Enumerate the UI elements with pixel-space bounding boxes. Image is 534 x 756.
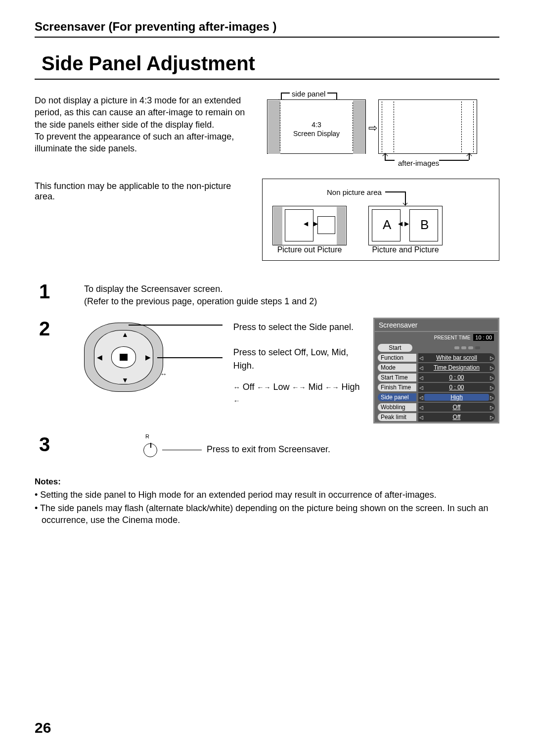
dashed-panel: [382, 101, 394, 152]
r-button-label: R: [145, 433, 157, 439]
gray-stripe: [273, 207, 282, 245]
osd-row[interactable]: Function◁White bar scroll▷: [375, 353, 498, 363]
present-time-value: 10 : 00: [473, 334, 494, 341]
notes-heading: Notes:: [35, 477, 499, 487]
gray-side-panel: [268, 100, 280, 154]
intro-paragraph: Do not display a picture in 4:3 mode for…: [35, 94, 252, 169]
note-item: • Setting the side panel to High mode fo…: [35, 489, 499, 501]
pap-caption: Picture and Picture: [368, 245, 443, 254]
osd-start-button[interactable]: Start: [378, 344, 412, 352]
step3-text: Press to exit from Screensaver.: [207, 444, 330, 455]
step2-cycle: ↔ Off ←→ Low ←→ Mid ←→ High ←: [233, 380, 366, 407]
display-label: Screen Display: [293, 130, 340, 138]
triangle-right-icon[interactable]: ▷: [489, 385, 495, 390]
osd-screensaver-panel: Screensaver PRESENT TIME 10 : 00 Start: [373, 318, 499, 424]
triangle-right-icon[interactable]: ▷: [489, 375, 495, 380]
progress-dot: [461, 346, 466, 349]
osd-row-label: Mode: [378, 364, 416, 372]
pop-box: ◀ ▶: [272, 206, 347, 245]
osd-row-label: Side panel: [378, 393, 416, 401]
non-picture-diagram: Non picture area ◀ ▶ A B ◀: [262, 179, 499, 261]
progress-dot: [475, 346, 480, 349]
osd-row-value: 0 : 00: [424, 374, 489, 381]
remote-dpad-icon: ▲ ▼ ◀ ▶: [84, 323, 160, 397]
step1-line2: (Refer to the previous page, operation g…: [84, 295, 317, 308]
arrow-up-icon: [466, 153, 472, 158]
section-header: Screensaver (For preventing after-images…: [35, 20, 499, 38]
osd-row-value: Time Designation: [424, 364, 489, 371]
step-number: 1: [35, 281, 54, 308]
pap-box: A B ◀ ▶: [368, 206, 443, 245]
dashed-panel: [461, 101, 474, 152]
osd-row-value: White bar scroll: [424, 354, 489, 361]
gray-stripe: [337, 207, 346, 245]
osd-row[interactable]: Wobbling◁Off▷: [375, 402, 498, 412]
letter-a: A: [383, 217, 391, 233]
triangle-left-icon[interactable]: ◁: [418, 405, 424, 410]
screen-display-label: 4:3 Screen Display: [287, 120, 346, 138]
osd-row-value: Off: [424, 414, 489, 421]
triangle-right-icon[interactable]: ▷: [489, 405, 495, 410]
arrow-up-icon: [382, 153, 388, 158]
osd-row-value: 0 : 00: [424, 384, 489, 391]
page-title: Side Panel Adjustment: [42, 52, 499, 75]
non-picture-label: Non picture area: [327, 188, 382, 196]
osd-row-label: Peak limit: [378, 413, 416, 421]
osd-row-label: Function: [378, 354, 416, 362]
osd-row[interactable]: Mode◁Time Designation▷: [375, 363, 498, 373]
title-rule: [35, 79, 499, 80]
side-panel-diagram: side panel 4:3 Screen Display ⇨: [262, 94, 499, 169]
triangle-left-icon[interactable]: ◁: [418, 375, 424, 380]
triangle-right-icon[interactable]: ▷: [489, 365, 495, 371]
step2-instruction2: Press to select Off, Low, Mid, High.: [233, 346, 366, 373]
triangle-left-icon[interactable]: ◁: [418, 395, 424, 400]
step1-line1: To display the Screensaver screen.: [84, 283, 317, 295]
osd-row-label: Wobbling: [378, 403, 416, 411]
osd-row-value: High: [424, 394, 489, 401]
progress-dot: [468, 346, 473, 349]
triangle-right-icon[interactable]: ▷: [489, 415, 495, 420]
triangle-left-icon[interactable]: ◁: [418, 355, 424, 361]
after-images-label: after-images: [398, 159, 439, 167]
function-note: This function may be applicable to the n…: [35, 179, 252, 261]
arrow-right-icon: ⇨: [368, 122, 377, 135]
step2-instruction1: Press to select the Side panel.: [233, 321, 366, 334]
progress-dot: [454, 346, 459, 349]
osd-row[interactable]: Peak limit◁Off▷: [375, 412, 498, 422]
osd-row-value: Off: [424, 404, 489, 411]
letter-b: B: [420, 217, 429, 233]
osd-row-label: Finish Time: [378, 383, 416, 391]
osd-row[interactable]: Side panel◁High▷: [375, 392, 498, 402]
note-item: • The side panels may flash (alternate b…: [35, 502, 499, 526]
r-button-icon: [143, 443, 157, 457]
triangle-left-icon[interactable]: ◁: [418, 385, 424, 390]
triangle-right-icon[interactable]: ▷: [489, 355, 495, 361]
present-time-label: PRESENT TIME: [434, 335, 471, 340]
step-number: 2: [35, 318, 54, 424]
osd-row[interactable]: Finish Time◁0 : 00▷: [375, 382, 498, 392]
arrow-down-icon: [403, 201, 408, 206]
triangle-left-icon[interactable]: ◁: [418, 365, 424, 371]
ratio-label: 4:3: [312, 121, 321, 129]
leader-line: [162, 450, 202, 451]
pop-caption: Picture out Picture: [272, 245, 347, 254]
osd-row-label: Start Time: [378, 374, 416, 381]
side-panel-label: side panel: [292, 90, 325, 98]
page-number: 26: [35, 719, 51, 736]
step-number: 3: [35, 433, 54, 457]
osd-title: Screensaver: [375, 319, 498, 332]
osd-row[interactable]: Start Time◁0 : 00▷: [375, 373, 498, 382]
triangle-left-icon[interactable]: ◁: [418, 415, 424, 420]
gray-side-panel: [353, 100, 365, 154]
triangle-right-icon[interactable]: ▷: [489, 395, 495, 400]
